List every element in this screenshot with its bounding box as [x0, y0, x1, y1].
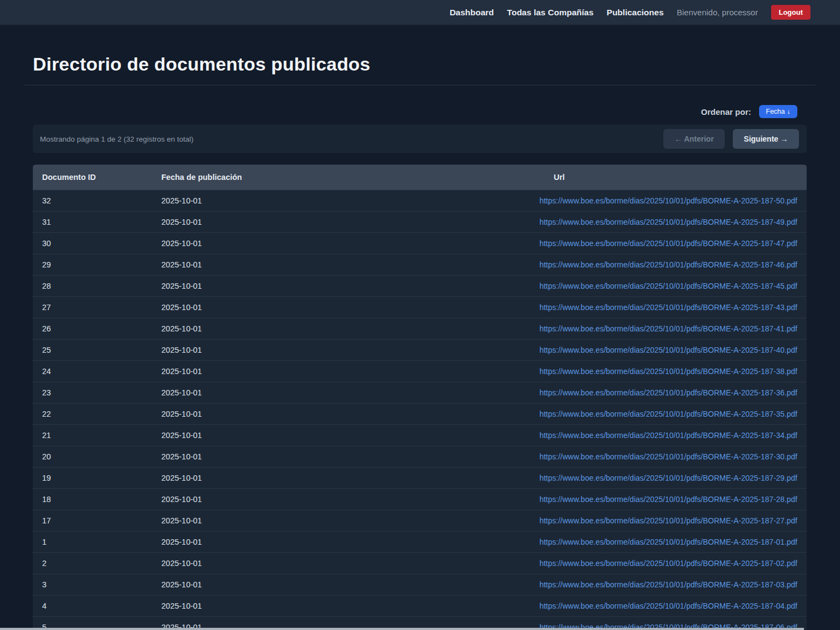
url-cell: https://www.boe.es/borme/dias/2025/10/01…	[312, 339, 807, 360]
table-row: 12025-10-01https://www.boe.es/borme/dias…	[33, 531, 807, 552]
url-cell: https://www.boe.es/borme/dias/2025/10/01…	[312, 574, 807, 595]
document-id-cell: 29	[33, 254, 152, 275]
document-url-link[interactable]: https://www.boe.es/borme/dias/2025/10/01…	[539, 196, 797, 205]
table-row: 262025-10-01https://www.boe.es/borme/dia…	[33, 318, 807, 339]
sort-label: Ordenar por:	[701, 107, 751, 116]
table-row: 202025-10-01https://www.boe.es/borme/dia…	[33, 446, 807, 467]
url-cell: https://www.boe.es/borme/dias/2025/10/01…	[312, 360, 807, 382]
document-url-link[interactable]: https://www.boe.es/borme/dias/2025/10/01…	[539, 346, 797, 354]
pagination-bar: Mostrando página 1 de 2 (32 registros en…	[33, 125, 807, 153]
url-cell: https://www.boe.es/borme/dias/2025/10/01…	[312, 403, 807, 424]
document-url-link[interactable]: https://www.boe.es/borme/dias/2025/10/01…	[539, 452, 797, 461]
document-url-link[interactable]: https://www.boe.es/borme/dias/2025/10/01…	[539, 260, 797, 269]
document-url-link[interactable]: https://www.boe.es/borme/dias/2025/10/01…	[539, 303, 797, 312]
document-url-link[interactable]: https://www.boe.es/borme/dias/2025/10/01…	[539, 388, 797, 397]
document-url-link[interactable]: https://www.boe.es/borme/dias/2025/10/01…	[539, 495, 797, 504]
document-url-link[interactable]: https://www.boe.es/borme/dias/2025/10/01…	[539, 431, 797, 440]
url-cell: https://www.boe.es/borme/dias/2025/10/01…	[312, 467, 807, 488]
page-title: Directorio de documentos publicados	[33, 54, 815, 75]
url-cell: https://www.boe.es/borme/dias/2025/10/01…	[312, 254, 807, 275]
url-cell: https://www.boe.es/borme/dias/2025/10/01…	[312, 595, 807, 616]
url-cell: https://www.boe.es/borme/dias/2025/10/01…	[312, 296, 807, 318]
fecha-publicacion-cell: 2025-10-01	[152, 446, 312, 467]
table-row: 272025-10-01https://www.boe.es/borme/dia…	[33, 296, 807, 318]
fecha-publicacion-cell: 2025-10-01	[152, 552, 312, 574]
fecha-publicacion-cell: 2025-10-01	[152, 382, 312, 403]
document-url-link[interactable]: https://www.boe.es/borme/dias/2025/10/01…	[539, 324, 797, 333]
table-row: 302025-10-01https://www.boe.es/borme/dia…	[33, 232, 807, 254]
document-id-cell: 2	[33, 552, 152, 574]
fecha-publicacion-cell: 2025-10-01	[152, 403, 312, 424]
table-row: 212025-10-01https://www.boe.es/borme/dia…	[33, 424, 807, 446]
fecha-publicacion-cell: 2025-10-01	[152, 232, 312, 254]
url-cell: https://www.boe.es/borme/dias/2025/10/01…	[312, 424, 807, 446]
document-id-cell: 23	[33, 382, 152, 403]
table-row: 282025-10-01https://www.boe.es/borme/dia…	[33, 275, 807, 296]
column-header-fecha-publicacion: Fecha de publicación	[152, 165, 312, 190]
next-page-button[interactable]: Siguiente →	[733, 129, 799, 149]
fecha-publicacion-cell: 2025-10-01	[152, 574, 312, 595]
page-header: Directorio de documentos publicados	[0, 25, 840, 75]
logout-button[interactable]: Logout	[771, 5, 810, 20]
url-cell: https://www.boe.es/borme/dias/2025/10/01…	[312, 382, 807, 403]
table-row: 222025-10-01https://www.boe.es/borme/dia…	[33, 403, 807, 424]
table-row: 322025-10-01https://www.boe.es/borme/dia…	[33, 190, 807, 211]
sort-controls: Ordenar por: Fecha ↓	[0, 105, 840, 118]
url-cell: https://www.boe.es/borme/dias/2025/10/01…	[312, 488, 807, 510]
table-row: 182025-10-01https://www.boe.es/borme/dia…	[33, 488, 807, 510]
document-url-link[interactable]: https://www.boe.es/borme/dias/2025/10/01…	[539, 218, 797, 226]
table-row: 172025-10-01https://www.boe.es/borme/dia…	[33, 510, 807, 531]
fecha-publicacion-cell: 2025-10-01	[152, 275, 312, 296]
fecha-publicacion-cell: 2025-10-01	[152, 595, 312, 616]
fecha-publicacion-cell: 2025-10-01	[152, 318, 312, 339]
document-id-cell: 31	[33, 211, 152, 232]
document-id-cell: 21	[33, 424, 152, 446]
fecha-publicacion-cell: 2025-10-01	[152, 467, 312, 488]
fecha-publicacion-cell: 2025-10-01	[152, 424, 312, 446]
fecha-publicacion-cell: 2025-10-01	[152, 296, 312, 318]
documents-table: Documento ID Fecha de publicación Url 32…	[33, 165, 807, 630]
nav-item-dashboard[interactable]: Dashboard	[450, 8, 494, 18]
nav-item-todas-las-companias[interactable]: Todas las Compañías	[507, 8, 593, 18]
document-id-cell: 19	[33, 467, 152, 488]
document-id-cell: 17	[33, 510, 152, 531]
document-url-link[interactable]: https://www.boe.es/borme/dias/2025/10/01…	[539, 602, 797, 610]
table-header-row: Documento ID Fecha de publicación Url	[33, 165, 807, 190]
title-divider	[25, 85, 815, 85]
url-cell: https://www.boe.es/borme/dias/2025/10/01…	[312, 190, 807, 211]
document-id-cell: 3	[33, 574, 152, 595]
table-row: 292025-10-01https://www.boe.es/borme/dia…	[33, 254, 807, 275]
document-url-link[interactable]: https://www.boe.es/borme/dias/2025/10/01…	[539, 580, 797, 589]
welcome-text: Bienvenido, processor	[677, 8, 758, 17]
document-url-link[interactable]: https://www.boe.es/borme/dias/2025/10/01…	[539, 239, 797, 248]
nav-item-publicaciones[interactable]: Publicaciones	[606, 8, 663, 18]
document-url-link[interactable]: https://www.boe.es/borme/dias/2025/10/01…	[539, 282, 797, 290]
document-id-cell: 22	[33, 403, 152, 424]
document-id-cell: 30	[33, 232, 152, 254]
url-cell: https://www.boe.es/borme/dias/2025/10/01…	[312, 552, 807, 574]
sort-by-fecha-button[interactable]: Fecha ↓	[759, 105, 797, 118]
document-id-cell: 26	[33, 318, 152, 339]
table-row: 252025-10-01https://www.boe.es/borme/dia…	[33, 339, 807, 360]
column-header-documento-id: Documento ID	[33, 165, 152, 190]
url-cell: https://www.boe.es/borme/dias/2025/10/01…	[312, 531, 807, 552]
url-cell: https://www.boe.es/borme/dias/2025/10/01…	[312, 211, 807, 232]
document-id-cell: 20	[33, 446, 152, 467]
pagination-buttons: ← Anterior Siguiente →	[663, 129, 799, 149]
document-id-cell: 1	[33, 531, 152, 552]
document-url-link[interactable]: https://www.boe.es/borme/dias/2025/10/01…	[539, 367, 797, 376]
previous-page-button[interactable]: ← Anterior	[663, 129, 725, 149]
table-row: 232025-10-01https://www.boe.es/borme/dia…	[33, 382, 807, 403]
horizontal-scrollbar[interactable]	[0, 628, 804, 630]
fecha-publicacion-cell: 2025-10-01	[152, 360, 312, 382]
document-url-link[interactable]: https://www.boe.es/borme/dias/2025/10/01…	[539, 410, 797, 418]
pagination-status: Mostrando página 1 de 2 (32 registros en…	[40, 135, 194, 143]
fecha-publicacion-cell: 2025-10-01	[152, 339, 312, 360]
document-url-link[interactable]: https://www.boe.es/borme/dias/2025/10/01…	[539, 474, 797, 482]
column-header-url: Url	[312, 165, 807, 190]
document-url-link[interactable]: https://www.boe.es/borme/dias/2025/10/01…	[539, 559, 797, 568]
table-row: 32025-10-01https://www.boe.es/borme/dias…	[33, 574, 807, 595]
document-url-link[interactable]: https://www.boe.es/borme/dias/2025/10/01…	[539, 516, 797, 525]
document-url-link[interactable]: https://www.boe.es/borme/dias/2025/10/01…	[539, 538, 797, 546]
fecha-publicacion-cell: 2025-10-01	[152, 254, 312, 275]
